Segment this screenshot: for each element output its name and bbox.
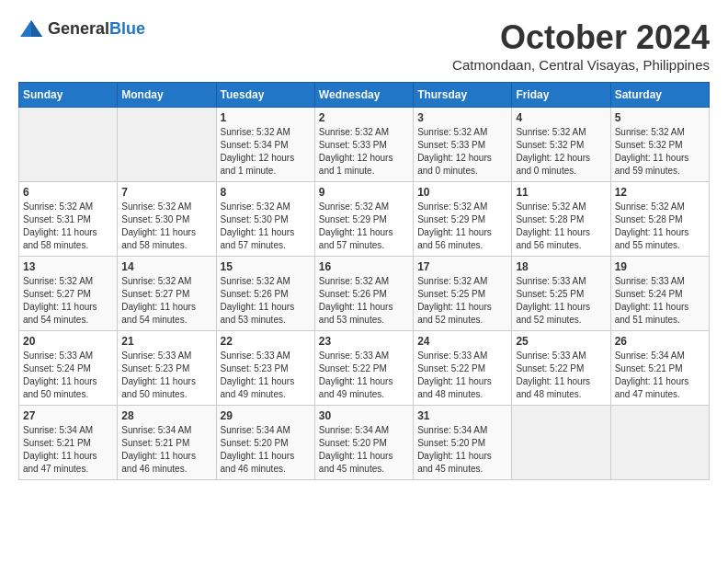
day-number: 7 xyxy=(121,186,211,199)
logo-general: General xyxy=(48,19,109,38)
calendar-cell: 2Sunrise: 5:32 AMSunset: 5:33 PMDaylight… xyxy=(314,108,413,182)
calendar-cell: 19Sunrise: 5:33 AMSunset: 5:24 PMDayligh… xyxy=(610,257,709,331)
day-info: Sunrise: 5:34 AMSunset: 5:21 PMDaylight:… xyxy=(121,424,211,476)
day-number: 18 xyxy=(516,260,606,273)
day-number: 12 xyxy=(615,186,705,199)
day-number: 20 xyxy=(23,335,113,348)
calendar-cell: 13Sunrise: 5:32 AMSunset: 5:27 PMDayligh… xyxy=(19,257,118,331)
day-info: Sunrise: 5:34 AMSunset: 5:21 PMDaylight:… xyxy=(23,424,113,476)
weekday-header-row: SundayMondayTuesdayWednesdayThursdayFrid… xyxy=(19,83,710,108)
calendar-week-1: 1Sunrise: 5:32 AMSunset: 5:34 PMDaylight… xyxy=(19,108,710,182)
day-number: 25 xyxy=(516,335,606,348)
day-info: Sunrise: 5:34 AMSunset: 5:21 PMDaylight:… xyxy=(615,350,705,401)
day-info: Sunrise: 5:32 AMSunset: 5:27 PMDaylight:… xyxy=(23,275,113,327)
day-number: 3 xyxy=(417,111,507,124)
day-info: Sunrise: 5:32 AMSunset: 5:25 PMDaylight:… xyxy=(417,275,507,327)
day-number: 31 xyxy=(417,409,507,422)
calendar-cell: 31Sunrise: 5:34 AMSunset: 5:20 PMDayligh… xyxy=(414,406,512,480)
calendar-cell: 7Sunrise: 5:32 AMSunset: 5:30 PMDaylight… xyxy=(118,182,216,257)
day-number: 2 xyxy=(319,111,409,124)
calendar-cell: 26Sunrise: 5:34 AMSunset: 5:21 PMDayligh… xyxy=(610,331,709,406)
day-info: Sunrise: 5:34 AMSunset: 5:20 PMDaylight:… xyxy=(319,424,409,476)
logo: GeneralBlue xyxy=(18,18,145,39)
day-info: Sunrise: 5:32 AMSunset: 5:33 PMDaylight:… xyxy=(417,126,507,178)
day-info: Sunrise: 5:32 AMSunset: 5:28 PMDaylight:… xyxy=(516,201,606,252)
calendar-cell: 1Sunrise: 5:32 AMSunset: 5:34 PMDaylight… xyxy=(216,108,314,182)
day-number: 24 xyxy=(417,335,507,348)
location-subtitle: Catmondaan, Central Visayas, Philippines xyxy=(452,57,710,73)
day-number: 17 xyxy=(417,260,507,273)
calendar-cell: 14Sunrise: 5:32 AMSunset: 5:27 PMDayligh… xyxy=(118,257,216,331)
calendar-cell: 28Sunrise: 5:34 AMSunset: 5:21 PMDayligh… xyxy=(118,406,216,480)
day-info: Sunrise: 5:33 AMSunset: 5:25 PMDaylight:… xyxy=(516,275,606,327)
day-info: Sunrise: 5:34 AMSunset: 5:20 PMDaylight:… xyxy=(221,424,311,476)
svg-marker-1 xyxy=(31,20,42,37)
calendar-cell: 21Sunrise: 5:33 AMSunset: 5:23 PMDayligh… xyxy=(118,331,216,406)
day-number: 8 xyxy=(221,186,311,199)
calendar-cell: 5Sunrise: 5:32 AMSunset: 5:32 PMDaylight… xyxy=(610,108,709,182)
day-info: Sunrise: 5:32 AMSunset: 5:32 PMDaylight:… xyxy=(516,126,606,178)
day-number: 21 xyxy=(121,335,211,348)
calendar-cell: 30Sunrise: 5:34 AMSunset: 5:20 PMDayligh… xyxy=(314,406,413,480)
day-info: Sunrise: 5:32 AMSunset: 5:32 PMDaylight:… xyxy=(615,126,705,178)
weekday-header-monday: Monday xyxy=(118,83,216,108)
logo-blue: Blue xyxy=(109,19,145,38)
calendar-cell xyxy=(118,108,216,182)
day-number: 9 xyxy=(319,186,409,199)
calendar-cell: 4Sunrise: 5:32 AMSunset: 5:32 PMDaylight… xyxy=(512,108,610,182)
weekday-header-friday: Friday xyxy=(512,83,610,108)
day-number: 11 xyxy=(516,186,606,199)
calendar-cell xyxy=(610,406,709,480)
day-number: 30 xyxy=(319,409,409,422)
day-number: 28 xyxy=(121,409,211,422)
month-title: October 2024 xyxy=(452,18,710,57)
calendar-cell: 15Sunrise: 5:32 AMSunset: 5:26 PMDayligh… xyxy=(216,257,314,331)
day-number: 23 xyxy=(319,335,409,348)
day-info: Sunrise: 5:32 AMSunset: 5:27 PMDaylight:… xyxy=(121,275,211,327)
day-number: 29 xyxy=(221,409,311,422)
day-info: Sunrise: 5:33 AMSunset: 5:22 PMDaylight:… xyxy=(319,350,409,401)
day-info: Sunrise: 5:32 AMSunset: 5:29 PMDaylight:… xyxy=(319,201,409,252)
day-number: 4 xyxy=(516,111,606,124)
day-info: Sunrise: 5:32 AMSunset: 5:30 PMDaylight:… xyxy=(221,201,311,252)
calendar-cell: 6Sunrise: 5:32 AMSunset: 5:31 PMDaylight… xyxy=(19,182,118,257)
calendar-cell: 10Sunrise: 5:32 AMSunset: 5:29 PMDayligh… xyxy=(414,182,512,257)
day-info: Sunrise: 5:33 AMSunset: 5:22 PMDaylight:… xyxy=(417,350,507,401)
day-number: 22 xyxy=(221,335,311,348)
day-info: Sunrise: 5:32 AMSunset: 5:26 PMDaylight:… xyxy=(221,275,311,327)
day-number: 14 xyxy=(121,260,211,273)
day-info: Sunrise: 5:33 AMSunset: 5:23 PMDaylight:… xyxy=(221,350,311,401)
calendar-cell: 11Sunrise: 5:32 AMSunset: 5:28 PMDayligh… xyxy=(512,182,610,257)
calendar-table: SundayMondayTuesdayWednesdayThursdayFrid… xyxy=(18,82,710,480)
day-number: 16 xyxy=(319,260,409,273)
day-number: 10 xyxy=(417,186,507,199)
day-info: Sunrise: 5:33 AMSunset: 5:23 PMDaylight:… xyxy=(121,350,211,401)
day-info: Sunrise: 5:32 AMSunset: 5:34 PMDaylight:… xyxy=(221,126,311,178)
day-info: Sunrise: 5:34 AMSunset: 5:20 PMDaylight:… xyxy=(417,424,507,476)
calendar-cell: 23Sunrise: 5:33 AMSunset: 5:22 PMDayligh… xyxy=(314,331,413,406)
day-info: Sunrise: 5:33 AMSunset: 5:24 PMDaylight:… xyxy=(23,350,113,401)
calendar-cell: 3Sunrise: 5:32 AMSunset: 5:33 PMDaylight… xyxy=(414,108,512,182)
day-number: 19 xyxy=(615,260,705,273)
weekday-header-saturday: Saturday xyxy=(610,83,709,108)
calendar-week-2: 6Sunrise: 5:32 AMSunset: 5:31 PMDaylight… xyxy=(19,182,710,257)
day-number: 26 xyxy=(615,335,705,348)
weekday-header-tuesday: Tuesday xyxy=(216,83,314,108)
day-info: Sunrise: 5:33 AMSunset: 5:24 PMDaylight:… xyxy=(615,275,705,327)
calendar-cell: 16Sunrise: 5:32 AMSunset: 5:26 PMDayligh… xyxy=(314,257,413,331)
page-header: GeneralBlue October 2024 Catmondaan, Cen… xyxy=(18,18,710,73)
calendar-cell xyxy=(512,406,610,480)
day-number: 1 xyxy=(221,111,311,124)
day-info: Sunrise: 5:32 AMSunset: 5:33 PMDaylight:… xyxy=(319,126,409,178)
day-number: 13 xyxy=(23,260,113,273)
day-info: Sunrise: 5:32 AMSunset: 5:26 PMDaylight:… xyxy=(319,275,409,327)
calendar-cell: 12Sunrise: 5:32 AMSunset: 5:28 PMDayligh… xyxy=(610,182,709,257)
calendar-cell: 22Sunrise: 5:33 AMSunset: 5:23 PMDayligh… xyxy=(216,331,314,406)
calendar-cell: 29Sunrise: 5:34 AMSunset: 5:20 PMDayligh… xyxy=(216,406,314,480)
calendar-week-4: 20Sunrise: 5:33 AMSunset: 5:24 PMDayligh… xyxy=(19,331,710,406)
calendar-week-3: 13Sunrise: 5:32 AMSunset: 5:27 PMDayligh… xyxy=(19,257,710,331)
day-number: 27 xyxy=(23,409,113,422)
day-info: Sunrise: 5:33 AMSunset: 5:22 PMDaylight:… xyxy=(516,350,606,401)
calendar-cell: 24Sunrise: 5:33 AMSunset: 5:22 PMDayligh… xyxy=(414,331,512,406)
day-number: 6 xyxy=(23,186,113,199)
